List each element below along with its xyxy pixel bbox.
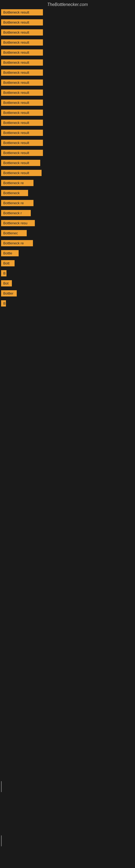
list-item: Bottleneck result <box>1 79 134 88</box>
list-item: Bottleneck result <box>1 108 134 118</box>
result-bar: Bott <box>1 260 14 267</box>
result-bar: Bottleneck result <box>1 29 43 35</box>
result-bar: Bottleneck re <box>1 180 34 186</box>
list-item: Bottleneck re <box>1 179 134 188</box>
result-bar: Bottleneck result <box>1 150 43 156</box>
result-bar: Bottleneck result <box>1 19 43 26</box>
list-item: Bottleneck resu <box>1 219 134 228</box>
result-bar: Bottlenec <box>1 230 27 236</box>
result-bar: Bottleneck result <box>1 80 43 86</box>
list-item: Bottleneck re <box>1 239 134 248</box>
list-item: Bottler <box>1 289 134 299</box>
result-bar: Bottleneck result <box>1 39 43 45</box>
result-bar: Bottleneck result <box>1 170 42 176</box>
results-container: Bottleneck resultBottleneck resultBottle… <box>0 8 135 309</box>
list-item: Bottleneck result <box>1 149 134 158</box>
result-bar: Bottleneck result <box>1 99 43 106</box>
site-title: TheBottlenecker.com <box>0 0 135 8</box>
result-bar: Bottleneck result <box>1 59 43 66</box>
result-bar: Bottle <box>1 250 18 256</box>
result-bar: B <box>1 300 6 307</box>
list-item: Bottleneck result <box>1 98 134 108</box>
list-item: Bottleneck result <box>1 169 134 178</box>
result-bar: Bottler <box>1 290 17 297</box>
list-item: Bottleneck result <box>1 68 134 78</box>
list-item: Bottleneck result <box>1 119 134 128</box>
result-bar: Bottleneck result <box>1 110 43 116</box>
list-item: Bottleneck result <box>1 159 134 168</box>
list-item: Bottleneck result <box>1 28 134 38</box>
list-item: Bottleneck r <box>1 209 134 218</box>
list-item: Bottleneck result <box>1 48 134 58</box>
result-bar: Bottleneck result <box>1 130 43 136</box>
result-bar: Bot <box>1 280 12 286</box>
list-item: B <box>1 269 134 279</box>
list-item: Bottleneck result <box>1 129 134 138</box>
result-bar: Bottleneck resu <box>1 220 35 226</box>
result-bar: Bottleneck result <box>1 9 43 16</box>
list-item: Bottleneck result <box>1 18 134 28</box>
list-item: Bottleneck <box>1 189 134 198</box>
result-bar: B <box>1 270 6 276</box>
list-item: Bottleneck result <box>1 138 134 148</box>
result-bar: Bottleneck r <box>1 210 31 216</box>
list-item: Bottle <box>1 249 134 258</box>
result-bar: Bottleneck result <box>1 120 43 126</box>
list-item: Bottleneck result <box>1 88 134 98</box>
result-bar: Bottleneck re <box>1 200 34 206</box>
cursor-line-2 <box>1 835 2 846</box>
list-item: Bottleneck result <box>1 38 134 48</box>
list-item: Bottleneck re <box>1 199 134 208</box>
list-item: Bottleneck result <box>1 8 134 18</box>
result-bar: Bottleneck result <box>1 90 43 96</box>
result-bar: Bottleneck result <box>1 140 43 146</box>
list-item: Bottleneck result <box>1 58 134 68</box>
list-item: Bot <box>1 279 134 289</box>
list-item: B <box>1 299 134 309</box>
result-bar: Bottleneck result <box>1 50 43 56</box>
result-bar: Bottleneck result <box>1 69 43 76</box>
list-item: Bott <box>1 259 134 269</box>
result-bar: Bottleneck result <box>1 160 40 166</box>
result-bar: Bottleneck <box>1 190 28 196</box>
result-bar: Bottleneck re <box>1 240 33 246</box>
cursor-line <box>1 781 2 792</box>
list-item: Bottlenec <box>1 229 134 239</box>
